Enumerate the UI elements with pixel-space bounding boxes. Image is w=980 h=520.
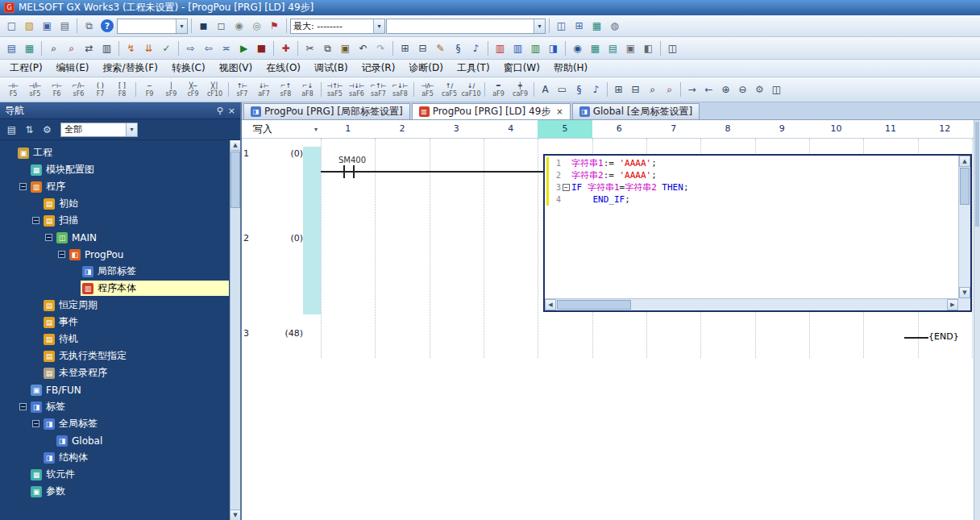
ladder-symbol-sF5-button[interactable]: ⊣/⊢sF5	[24, 78, 46, 101]
label-editor-icon[interactable]: ◨	[545, 40, 562, 56]
menu-window[interactable]: 窗口(W)	[497, 60, 546, 77]
chevron-down-icon[interactable]: ▾	[126, 123, 137, 136]
tree-item-initial[interactable]: ▤初始	[0, 195, 229, 212]
menu-convert[interactable]: 转换(C)	[165, 60, 212, 77]
zoom-combo[interactable]: 最大: --------▾	[290, 19, 385, 34]
help-icon[interactable]: ?	[101, 19, 114, 32]
element-selection-icon[interactable]: ▦	[21, 40, 38, 56]
edit-statement-icon[interactable]: §	[450, 40, 467, 56]
ladder-symbol-sF6-button[interactable]: ⌐/⊢sF6	[68, 78, 89, 101]
ladder-symbol-F8-button[interactable]: [ ]F8	[111, 78, 133, 101]
tree-item-fb-fun[interactable]: ▣FB/FUN	[0, 381, 229, 398]
program-check-icon[interactable]: ✓	[158, 40, 175, 56]
watch-icon[interactable]: ◉	[569, 40, 586, 56]
ladder-symbol-cF10-button[interactable]: ╳│cF10	[204, 78, 226, 101]
chevron-down-icon[interactable]: ▾	[176, 19, 187, 33]
scroll-down-icon[interactable]: ▼	[959, 287, 970, 298]
close-panel-icon[interactable]: ×	[228, 106, 235, 116]
search-coil-icon[interactable]: ⌕	[661, 81, 678, 98]
pin-icon[interactable]: ⚲	[217, 106, 223, 116]
docking-window-icon[interactable]: ◫	[664, 40, 681, 56]
jump-back-icon[interactable]: ←	[700, 81, 717, 98]
inline-st-box[interactable]: 1字符串1:= 'AAAA';2字符串2:= 'AAAA';3−IF 字符串1=…	[543, 154, 972, 312]
fbd-editor-icon[interactable]: ▥	[527, 40, 544, 56]
search-contact-icon[interactable]: ⌕	[644, 81, 661, 98]
diagnostics-icon[interactable]: ✚	[277, 40, 294, 56]
ladder-symbol-caF5-button[interactable]: ↑∕caF5	[438, 78, 460, 101]
contact-symbol[interactable]	[353, 165, 355, 178]
menu-online[interactable]: 在线(O)	[260, 60, 307, 77]
instruction-input-icon[interactable]: A	[537, 81, 554, 98]
tree-item-progpou[interactable]: −◧ProgPou	[0, 246, 229, 263]
ladder-symbol-F5-button[interactable]: ⊣⊢F5	[2, 78, 24, 101]
tab-progpou-ld[interactable]: ▥ProgPou [PRG] [LD] 49步×	[412, 103, 571, 119]
tree-item-parameter[interactable]: ▣参数	[0, 483, 229, 500]
delete-row-icon[interactable]: ⊟	[414, 40, 431, 56]
nav-scrollbar[interactable]: ▲ ▼	[230, 140, 240, 520]
scroll-down-icon[interactable]: ▼	[230, 510, 240, 520]
ladder-symbol-aF9-button[interactable]: ═aF9	[488, 78, 509, 101]
ladder-symbol-aF7-button[interactable]: ↓⊢aF7	[253, 78, 275, 101]
ladder-symbol-F6-button[interactable]: ⌐⊢F6	[46, 78, 68, 101]
st-code-line[interactable]: 2字符串2:= 'AAAA';	[545, 169, 958, 181]
collapse-icon[interactable]: −	[45, 234, 52, 241]
nav-filter-dropdown[interactable]: 全部 ▾	[60, 123, 138, 137]
device-batch-monitor-icon[interactable]: ▦	[587, 40, 604, 56]
open-all-folds-icon[interactable]: ⊞	[610, 81, 627, 98]
tree-item-device[interactable]: ▦软元件	[0, 466, 229, 483]
new-project-icon[interactable]: □	[3, 18, 20, 35]
ladder-symbol-cF9-button[interactable]: ╳─cF9	[182, 78, 204, 101]
window-display-icon[interactable]: ◫	[768, 81, 785, 98]
ladder-symbol-F9-button[interactable]: ─F9	[139, 78, 160, 101]
tree-item-module-config[interactable]: ▦模块配置图	[0, 161, 229, 178]
tree-item-main[interactable]: −◫MAIN	[0, 229, 229, 246]
convert-all-icon[interactable]: ⇊	[140, 40, 157, 56]
tree-item-global[interactable]: ◨Global	[0, 432, 229, 449]
tree-item-no-exec-type[interactable]: ▤无执行类型指定	[0, 347, 229, 364]
register-watch-icon[interactable]: ⊞	[571, 18, 588, 35]
convert-icon[interactable]: ↯	[122, 40, 139, 56]
close-all-folds-icon[interactable]: ⊟	[627, 81, 644, 98]
ladder-symbol-aF5-button[interactable]: ⊣∕⊢aF5	[417, 78, 438, 101]
monitor-start-icon[interactable]: ▶	[235, 40, 252, 56]
watch-window-icon[interactable]: ◫	[553, 18, 570, 35]
st-code-line[interactable]: 4 END_IF;	[545, 193, 958, 206]
ladder-symbol-caF10-button[interactable]: ↓∕caF10	[460, 78, 482, 101]
read-from-plc-icon[interactable]: ⇦	[200, 40, 217, 56]
menu-help[interactable]: 帮助(H)	[547, 60, 594, 77]
tree-item-event[interactable]: ▤事件	[0, 314, 229, 331]
replace-icon[interactable]: ⌕	[63, 40, 80, 56]
ladder-symbol-sF8-button[interactable]: ⌐↑sF8	[275, 78, 297, 101]
st-lines[interactable]: 1字符串1:= 'AAAA';2字符串2:= 'AAAA';3−IF 字符串1=…	[545, 156, 958, 298]
scroll-right-icon[interactable]: ▶	[947, 299, 958, 310]
write-to-plc-icon[interactable]: ⇨	[182, 40, 199, 56]
menu-view[interactable]: 视图(V)	[213, 60, 260, 77]
tree-item-scan[interactable]: −▤扫描	[0, 212, 229, 229]
print-icon[interactable]: ▤	[56, 18, 73, 35]
collapse-icon[interactable]: −	[19, 403, 27, 410]
copy-icon[interactable]: ⧉	[319, 40, 336, 56]
ladder-symbol-saF8-button[interactable]: ⌐↓⊢saF8	[389, 78, 411, 101]
device-comment-display-icon[interactable]: ▭	[554, 81, 571, 98]
tree-item-standby[interactable]: ▤待机	[0, 331, 229, 347]
zoom-in-icon[interactable]: ⊕	[717, 81, 734, 98]
cross-reference-icon[interactable]: ⇄	[81, 40, 98, 56]
simulation-stop-icon[interactable]: ◻	[213, 18, 230, 35]
simulation-start-icon[interactable]: ◼	[195, 18, 212, 35]
nav-scrollbar-thumb[interactable]	[230, 152, 240, 208]
verify-icon[interactable]: ≍	[218, 40, 235, 56]
ladder-editor-icon[interactable]: ▥	[492, 40, 509, 56]
chevron-down-icon[interactable]: ▾	[314, 126, 318, 133]
st-vscroll-thumb[interactable]	[960, 168, 970, 205]
close-tab-icon[interactable]: ×	[556, 107, 563, 116]
ladder-body[interactable]: 1(0)2(0)3(48) SM400 1字符串1:= 'AAAA';2字符串2…	[242, 139, 980, 520]
tree-display-icon[interactable]: ▤	[4, 122, 19, 137]
collapse-icon[interactable]: −	[19, 183, 27, 190]
chevron-down-icon[interactable]: ▾	[373, 19, 384, 33]
tree-item-structure[interactable]: ◨结构体	[0, 449, 229, 466]
buffer-memory-monitor-icon[interactable]: ▤	[604, 40, 621, 56]
st-editor-icon[interactable]: ▥	[509, 40, 526, 56]
monitor-stop-icon[interactable]: ■	[253, 40, 270, 56]
menu-tool[interactable]: 工具(T)	[451, 60, 496, 77]
comment-combo[interactable]: ▾	[386, 19, 546, 34]
